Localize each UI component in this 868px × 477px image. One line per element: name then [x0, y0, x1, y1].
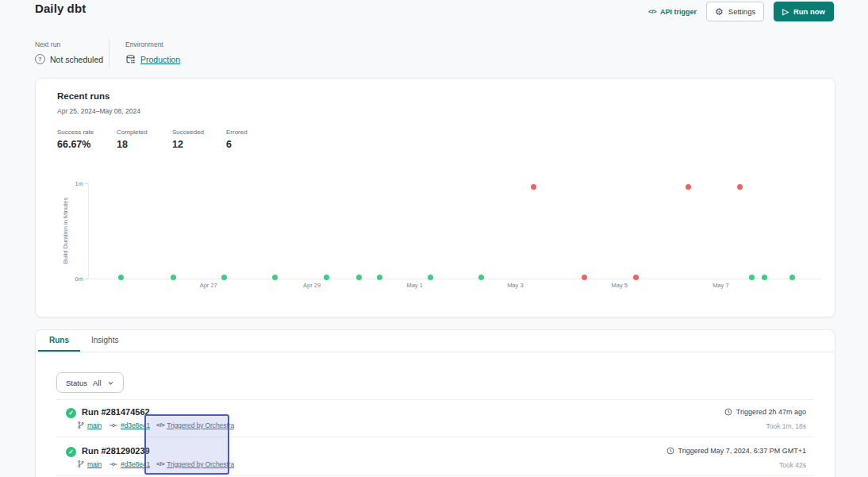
tab-bar: Runs Insights: [36, 330, 835, 352]
settings-label: Settings: [728, 7, 755, 16]
status-filter-value: All: [93, 379, 102, 387]
x-axis-tick-label: Apr 27: [200, 282, 217, 289]
run-data-point-success[interactable]: [324, 275, 329, 280]
branch-group: main: [77, 421, 102, 429]
run-data-point-success[interactable]: [789, 275, 795, 280]
x-axis-tick-label: May 1: [406, 282, 422, 289]
status-filter-dropdown[interactable]: Status All: [56, 372, 124, 393]
run-data-point-error[interactable]: [531, 184, 536, 190]
commit-icon: [109, 421, 118, 429]
run-title: Run #281474562: [82, 407, 150, 417]
branch-link[interactable]: main: [87, 460, 102, 468]
next-run-value: ? Not scheduled: [35, 54, 103, 64]
tab-insights[interactable]: Insights: [80, 330, 129, 352]
run-data-point-success[interactable]: [478, 275, 484, 280]
triggered-time: Triggered May 7, 2024, 6:37 PM GMT+1: [666, 447, 807, 455]
chevron-down-icon: [107, 379, 114, 387]
api-trigger-label: API trigger: [660, 8, 697, 16]
y-tick-1m: 1m: [61, 180, 83, 187]
run-data-point-success[interactable]: [428, 275, 433, 280]
stat-completed: Completed 18: [117, 129, 148, 150]
run-data-point-success[interactable]: [118, 275, 124, 280]
gear-icon: ⚙: [715, 7, 724, 17]
run-data-point-error[interactable]: [633, 275, 639, 280]
next-run-label: Next run: [35, 40, 60, 48]
environment-link[interactable]: Production: [140, 55, 180, 64]
run-data-point-success[interactable]: [272, 275, 278, 280]
settings-button[interactable]: ⚙ Settings: [706, 2, 764, 21]
stat-errored: Errored 6: [226, 129, 248, 150]
list-divider: [56, 399, 814, 400]
clock-icon: [666, 447, 674, 455]
play-icon: ▷: [782, 8, 789, 16]
stat-success-rate: Success rate 66.67%: [57, 129, 94, 150]
environment-value: Production: [125, 54, 180, 64]
header-actions: </> API trigger ⚙ Settings ▷ Run now: [648, 1, 834, 22]
question-circle-icon: ?: [35, 54, 45, 64]
x-axis-line: [88, 279, 822, 279]
recent-runs-date-range: Apr 25, 2024–May 08, 2024: [57, 107, 140, 115]
x-axis-tick-label: May 3: [507, 282, 523, 289]
next-run-text: Not scheduled: [50, 55, 103, 64]
run-data-point-success[interactable]: [221, 275, 227, 280]
status-filter-label: Status: [66, 379, 87, 387]
git-branch-icon: [77, 460, 85, 468]
code-icon: </>: [648, 8, 656, 15]
highlight-overlay: [144, 414, 229, 475]
x-axis-tick-label: Apr 29: [303, 282, 321, 289]
triggered-time: Triggered 2h 47m ago: [724, 408, 806, 416]
recent-runs-title: Recent runs: [57, 91, 109, 101]
clock-icon: [724, 408, 732, 416]
run-data-point-success[interactable]: [356, 275, 362, 280]
page-title: Daily dbt: [35, 2, 86, 15]
run-now-label: Run now: [793, 7, 825, 16]
job-page: Daily dbt </> API trigger ⚙ Settings ▷ R…: [0, 0, 868, 477]
git-branch-icon: [77, 421, 85, 429]
run-duration: Took 42s: [779, 461, 806, 469]
run-data-point-success[interactable]: [749, 275, 755, 280]
run-data-point-error[interactable]: [582, 275, 587, 280]
y-axis-line: [88, 183, 89, 279]
branch-group: main: [77, 460, 102, 468]
meta-divider: [109, 39, 109, 67]
x-axis-tick-label: May 5: [611, 282, 627, 289]
tab-runs[interactable]: Runs: [38, 330, 80, 352]
run-now-button[interactable]: ▷ Run now: [774, 2, 834, 21]
runs-card: Runs Insights Status All ✓ Run #28147456…: [35, 329, 835, 477]
environment-icon: [125, 54, 136, 64]
success-check-icon: ✓: [66, 408, 76, 418]
success-check-icon: ✓: [66, 447, 76, 457]
run-data-point-success[interactable]: [377, 275, 382, 280]
api-trigger-link[interactable]: </> API trigger: [648, 8, 697, 16]
run-data-point-success[interactable]: [762, 275, 767, 280]
run-title: Run #281290239: [82, 446, 150, 456]
commit-icon: [109, 460, 118, 468]
run-data-point-success[interactable]: [171, 275, 176, 280]
branch-link[interactable]: main: [87, 421, 102, 429]
run-data-point-error[interactable]: [686, 184, 691, 190]
row-divider: [56, 475, 814, 476]
y-tick-0m: 0m: [61, 275, 83, 283]
stat-succeeded: Succeeded 12: [172, 129, 204, 150]
x-axis-tick-label: May 7: [712, 282, 728, 289]
environment-label: Environment: [125, 40, 163, 48]
run-data-point-error[interactable]: [737, 184, 743, 190]
recent-runs-card: Recent runs Apr 25, 2024–May 08, 2024 Su…: [35, 78, 835, 317]
run-duration: Took 1m, 18s: [766, 422, 806, 430]
